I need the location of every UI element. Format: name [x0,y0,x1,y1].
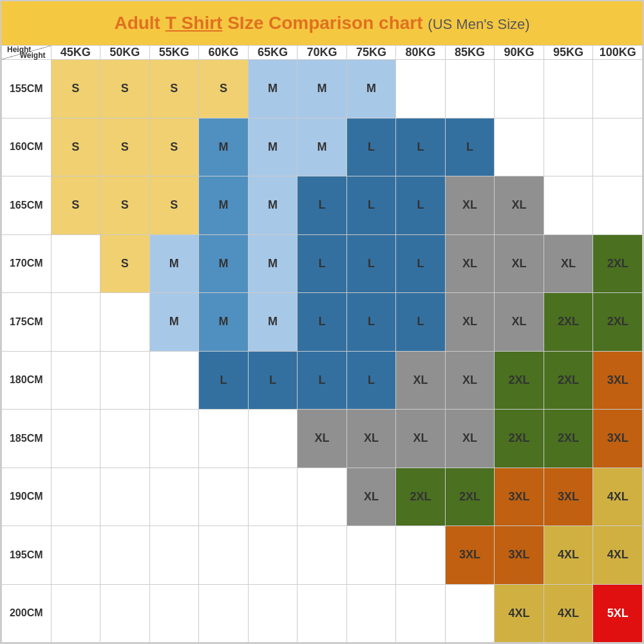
size-cell: M [248,118,298,176]
size-cell [544,176,593,235]
size-cell [298,526,347,585]
size-cell [100,293,150,352]
weight-header-75KG: 75KG [346,46,396,60]
table-row: 185CMXLXLXLXL2XL2XL3XL [2,410,643,468]
size-cell [346,584,396,643]
size-cell: M [199,234,249,293]
title-subtitle: (US Men's Size) [428,16,529,32]
title-part3: SIze Comparison chart [222,13,428,33]
size-cell: 2XL [495,351,544,410]
size-cell: M [298,118,347,176]
size-cell: XL [396,410,446,468]
size-cell: S [100,60,150,118]
size-cell: M [248,60,298,118]
size-cell: M [248,234,298,293]
height-cell-185CM: 185CM [2,410,52,468]
size-cell: L [298,293,347,352]
size-cell: L [298,176,347,235]
chart-title: Adult T Shirt SIze Comparison chart (US … [1,1,643,45]
size-cell [298,468,347,526]
size-cell [495,60,544,118]
size-cell: 4XL [593,526,643,585]
height-cell-175CM: 175CM [2,293,52,352]
size-cell [495,118,544,176]
height-cell-180CM: 180CM [2,351,52,410]
table-row: 175CMMMMLLLXLXL2XL2XL [2,293,643,352]
weight-header-50KG: 50KG [100,46,150,60]
size-cell [51,234,100,293]
height-cell-195CM: 195CM [2,526,52,585]
size-cell [445,584,495,643]
size-cell: S [149,60,199,118]
size-cell: XL [445,351,495,410]
size-cell: 4XL [544,584,593,643]
size-cell: M [199,118,249,176]
weight-header-55KG: 55KG [149,46,199,60]
size-cell: L [298,351,347,410]
size-cell [149,351,199,410]
size-cell: XL [495,176,544,235]
size-cell [248,410,298,468]
size-cell [100,468,150,526]
table-row: 200CM4XL4XL5XL [2,584,643,643]
size-cell: M [346,60,396,118]
size-cell: L [396,118,446,176]
size-cell: S [199,60,249,118]
size-cell: M [149,293,199,352]
weight-header-80KG: 80KG [396,46,446,60]
weight-header-95KG: 95KG [544,46,593,60]
size-cell [248,526,298,585]
size-cell [544,60,593,118]
size-cell: 2XL [593,293,643,352]
size-cell: 3XL [495,468,544,526]
size-cell [248,584,298,643]
size-cell [51,293,100,352]
size-cell [593,176,643,235]
size-cell [149,526,199,585]
height-cell-170CM: 170CM [2,234,52,293]
weight-label: Weight [20,51,46,60]
size-cell [51,526,100,585]
size-cell [199,584,249,643]
size-cell [100,351,150,410]
size-cell [445,60,495,118]
weight-header-70KG: 70KG [298,46,347,60]
size-cell [593,60,643,118]
size-cell: L [248,351,298,410]
height-cell-200CM: 200CM [2,584,52,643]
size-cell: M [248,293,298,352]
size-cell: S [100,234,150,293]
size-cell [51,468,100,526]
size-cell [248,468,298,526]
size-cell: S [51,176,100,235]
size-cell: S [149,118,199,176]
size-cell: L [346,176,396,235]
size-cell [396,584,446,643]
size-cell: XL [495,234,544,293]
size-cell: XL [298,410,347,468]
size-cell [149,468,199,526]
size-cell: M [149,234,199,293]
size-cell: XL [544,234,593,293]
size-cell: L [396,176,446,235]
height-cell-155CM: 155CM [2,60,52,118]
size-cell [199,468,249,526]
size-cell [149,584,199,643]
height-cell-190CM: 190CM [2,468,52,526]
table-wrapper: WeightHeight45KG50KG55KG60KG65KG70KG75KG… [1,45,643,643]
size-cell: XL [495,293,544,352]
size-cell [593,118,643,176]
size-cell [199,526,249,585]
weight-header-85KG: 85KG [445,46,495,60]
size-cell: 2XL [495,410,544,468]
size-cell [51,351,100,410]
size-cell: S [100,176,150,235]
size-cell: 4XL [544,526,593,585]
size-cell: L [199,351,249,410]
size-cell: XL [445,293,495,352]
size-cell: 3XL [544,468,593,526]
table-row: 155CMSSSSMMM [2,60,643,118]
size-cell [51,410,100,468]
size-cell [298,584,347,643]
size-cell [100,584,150,643]
